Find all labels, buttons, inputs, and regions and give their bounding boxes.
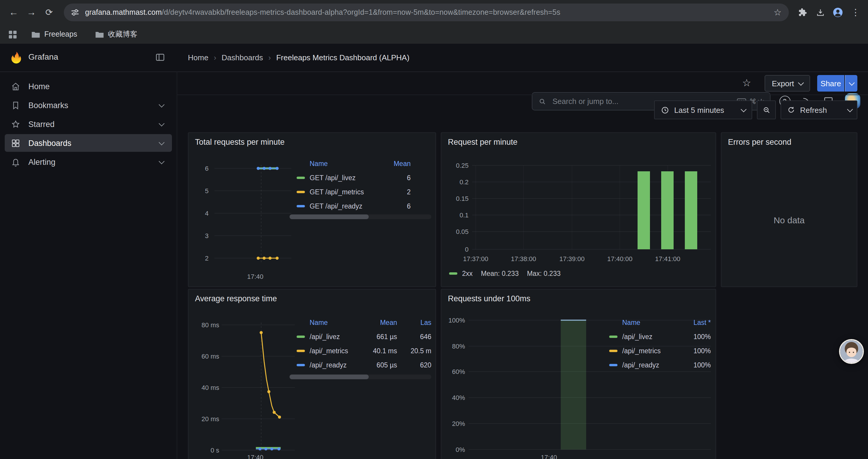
clock-icon: [660, 105, 670, 114]
legend-header-name[interactable]: Name: [622, 319, 640, 326]
zoom-out-button[interactable]: [757, 100, 776, 119]
chevron-down-icon[interactable]: [159, 158, 164, 164]
sidebar-item-label: Bookmarks: [28, 101, 68, 109]
bookmarks-bar: Freeleaps 收藏博客: [0, 25, 868, 44]
profile-icon[interactable]: [829, 4, 847, 21]
refresh-button[interactable]: Refresh: [780, 100, 843, 119]
back-button[interactable]: ←: [5, 4, 23, 21]
breadcrumb-dashboards[interactable]: Dashboards: [222, 53, 263, 62]
share-menu-button[interactable]: [845, 75, 857, 92]
legend-header-name[interactable]: Name: [310, 160, 328, 167]
bar-chart[interactable]: [472, 162, 711, 251]
panel-avg-response-time: Average response time 80 ms 60 ms 40 ms …: [188, 289, 436, 459]
chevron-down-icon: [798, 79, 804, 85]
panel-title[interactable]: Average response time: [195, 294, 277, 303]
favorite-star-icon[interactable]: ☆: [742, 77, 751, 89]
legend-row[interactable]: /api/_metrics 40.1 ms 20.5 m: [289, 344, 431, 358]
y-axis-tick: 0 s: [191, 446, 219, 454]
grafana-logo[interactable]: [9, 51, 23, 64]
chevron-down-icon[interactable]: [159, 120, 164, 126]
chevron-down-icon[interactable]: [159, 139, 164, 145]
bookmark-star-icon[interactable]: ☆: [770, 5, 785, 20]
legend-row[interactable]: GET /api/_readyz 6: [289, 199, 431, 213]
home-icon: [11, 81, 21, 92]
y-axis-tick: 40 ms: [191, 383, 219, 392]
series-color-dash: [609, 350, 617, 352]
legend-row[interactable]: 2xx Mean: 0.233 Max: 0.233: [449, 268, 709, 280]
legend-table: Name Last * /api/_livez 100% /api/_metri…: [607, 316, 711, 372]
sidebar-item-label: Alerting: [28, 157, 56, 166]
refresh-interval-button[interactable]: [843, 100, 857, 119]
reload-button[interactable]: ⟳: [40, 4, 58, 21]
bookmark-label: 收藏博客: [108, 29, 137, 39]
sidebar-item-alerting[interactable]: Alerting: [5, 153, 172, 171]
legend-row[interactable]: /api/_livez 100%: [607, 330, 711, 344]
dock-menu-icon[interactable]: [155, 52, 165, 63]
y-axis-tick: 40%: [442, 393, 465, 402]
extensions-icon[interactable]: [794, 4, 811, 21]
bookmark-blog-folder[interactable]: 收藏博客: [91, 27, 141, 41]
series-color-dash: [297, 205, 305, 207]
line-chart[interactable]: [222, 320, 295, 459]
legend-row[interactable]: /api/_metrics 100%: [607, 344, 711, 358]
legend-row[interactable]: GET /api/_livez 6: [289, 171, 431, 185]
x-axis-tick: 17:37:00: [459, 255, 492, 263]
breadcrumb-home[interactable]: Home: [188, 53, 208, 62]
y-axis-tick: 0.15: [445, 194, 469, 203]
y-axis-tick: 20%: [442, 419, 465, 428]
series-color-dash: [449, 272, 457, 275]
bookmark-freeleaps[interactable]: Freeleaps: [28, 27, 81, 41]
sidebar-item-dashboards[interactable]: Dashboards: [5, 134, 172, 152]
x-axis-tick: 17:40: [239, 272, 272, 281]
legend-header-name[interactable]: Name: [310, 319, 328, 326]
legend-scrollbar[interactable]: [289, 215, 431, 219]
legend-header-last[interactable]: Last *: [682, 319, 711, 326]
panel-title[interactable]: Errors per second: [728, 138, 792, 146]
legend-header-last[interactable]: Las: [402, 319, 431, 326]
legend-table: Name Mean GET /api/_livez 6 GET /api/_me…: [289, 157, 431, 213]
dashboard-toolbar: ☆ Export Share: [177, 72, 868, 95]
x-axis-tick: 17:41:00: [651, 255, 684, 263]
site-info-icon[interactable]: [71, 8, 79, 17]
forward-button[interactable]: →: [23, 4, 40, 21]
assistant-avatar[interactable]: [839, 339, 864, 364]
legend-header-row: Name Mean: [289, 157, 431, 171]
series-color-dash: [297, 177, 305, 179]
dashboards-grid-icon: [11, 138, 21, 148]
bookmark-icon: [11, 100, 21, 110]
sidebar-item-bookmarks[interactable]: Bookmarks: [5, 96, 172, 114]
bell-icon: [11, 157, 21, 167]
y-axis-tick: 0%: [442, 446, 465, 454]
export-button[interactable]: Export: [765, 75, 810, 92]
no-data-message: No data: [721, 215, 857, 225]
legend-row[interactable]: GET /api/_metrics 2: [289, 185, 431, 199]
apps-grid-icon[interactable]: [8, 30, 17, 39]
legend-header-mean[interactable]: Mean: [364, 319, 397, 326]
grafana-header: Grafana Home › Dashboards › Freeleaps Me…: [0, 44, 868, 72]
time-range-button[interactable]: Last 5 minutes: [654, 100, 752, 119]
y-axis-tick: 6: [193, 164, 209, 172]
chevron-down-icon[interactable]: [159, 101, 164, 107]
legend-row[interactable]: /api/_readyz 605 µs 620: [289, 358, 431, 372]
sidebar-item-label: Dashboards: [28, 138, 71, 147]
panel-title[interactable]: Request per minute: [448, 138, 518, 146]
legend-row[interactable]: /api/_readyz 100%: [607, 358, 711, 372]
legend-header-mean[interactable]: Mean: [383, 160, 411, 167]
legend-row[interactable]: /api/_livez 661 µs 646: [289, 330, 431, 344]
panel-title[interactable]: Requests under 100ms: [448, 294, 530, 303]
legend-scrollbar[interactable]: [289, 374, 431, 379]
browser-menu-icon[interactable]: ⋮: [847, 4, 864, 21]
share-button[interactable]: Share: [817, 75, 844, 92]
sidebar-item-home[interactable]: Home: [5, 77, 172, 95]
y-axis-tick: 80%: [442, 342, 465, 350]
downloads-icon[interactable]: [811, 4, 829, 21]
url-bar[interactable]: grafana.mathmast.com/d/deytv4rwavabkb/fr…: [64, 4, 789, 21]
y-axis-tick: 0: [445, 245, 469, 254]
zoom-out-icon: [762, 105, 771, 114]
y-axis-tick: 2: [193, 254, 209, 262]
breadcrumb-separator: ›: [268, 53, 271, 62]
url-domain: grafana.mathmast.com: [85, 8, 162, 17]
panel-title[interactable]: Total requests per minute: [195, 138, 284, 146]
line-chart[interactable]: [215, 162, 291, 269]
sidebar-item-starred[interactable]: Starred: [5, 115, 172, 133]
